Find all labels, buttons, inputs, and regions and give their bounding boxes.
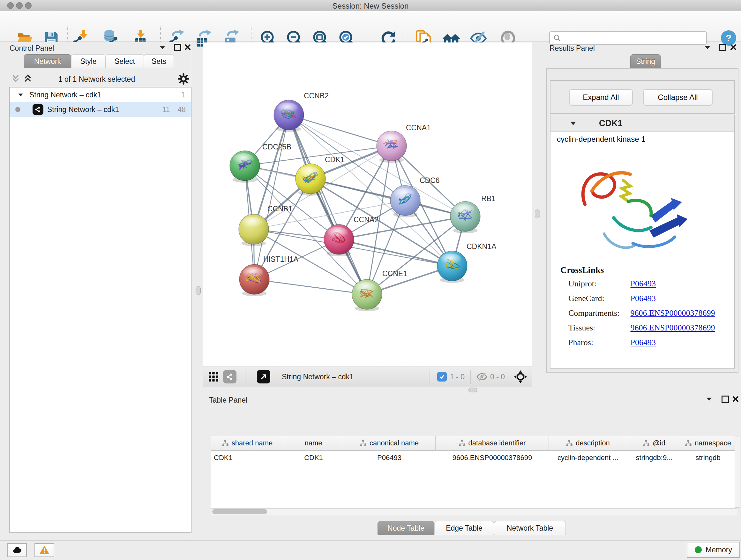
column-header-database-identifier[interactable]: database identifier <box>435 436 549 450</box>
column-header-shared-name[interactable]: shared name <box>211 436 284 450</box>
column-header-namespace[interactable]: namespace <box>681 436 735 450</box>
cell-canonical-name[interactable]: P06493 <box>343 451 435 465</box>
network-node-cdkn1a[interactable]: CDKN1A <box>437 242 496 283</box>
network-edge-ccnb2-hist1h1a[interactable] <box>254 115 289 279</box>
table-panel: Table Panel <box>203 392 741 537</box>
panel-float-icon[interactable] <box>719 44 726 51</box>
tab-string[interactable]: String <box>630 54 661 68</box>
network-node-rb1[interactable]: RB1 <box>450 194 495 233</box>
selected-node-edge-counts: 1 - 0 <box>450 373 465 381</box>
network-view-toolbar: String Network – cdk1 1 - 0 0 - 0 <box>203 367 532 387</box>
cell-at-id[interactable]: stringdb:9... <box>627 451 681 465</box>
network-edge-ccnb2-ccne1[interactable] <box>289 115 367 294</box>
column-header-description[interactable]: description <box>549 436 627 450</box>
right-splitter-handle[interactable] <box>535 209 540 219</box>
gene-card-header[interactable]: CDK1 <box>550 115 734 131</box>
network-row[interactable]: String Network – cdk1 11 48 <box>10 102 191 117</box>
network-options-gear-icon[interactable] <box>178 73 190 85</box>
network-collection-row[interactable]: String Network – cdk1 1 <box>10 87 191 102</box>
column-header-name[interactable]: name <box>284 436 343 450</box>
crosslink-value-link[interactable]: P06493 <box>630 294 656 303</box>
network-selection-summary: 1 of 1 Network selected <box>3 75 191 84</box>
collection-label: String Network – cdk1 <box>29 91 101 99</box>
network-graph[interactable]: CCNB2CCNA1CDC25BCDK1CDC6RB1CCNB1CCNA2CDK… <box>203 43 532 367</box>
table-vertical-scrollbar[interactable] <box>735 436 740 508</box>
tab-node-table[interactable]: Node Table <box>378 521 434 535</box>
hidden-eye-slash-icon <box>476 371 488 382</box>
table-horizontal-scrollbar[interactable] <box>211 508 737 515</box>
tab-network[interactable]: Network <box>24 54 71 68</box>
scrollbar-thumb[interactable] <box>212 509 267 514</box>
tab-select[interactable]: Select <box>106 54 144 68</box>
table-row[interactable]: CDK1 CDK1 P06493 9606.ENSP00000378699 cy… <box>211 451 735 465</box>
node-label-ccna1: CCNA1 <box>406 124 431 132</box>
network-share-badge-icon[interactable] <box>223 370 237 383</box>
left-splitter-handle[interactable] <box>196 286 201 295</box>
network-node-cdc6[interactable]: CDC6 <box>390 176 440 217</box>
network-edge-hist1h1a-ccne1[interactable] <box>254 279 367 294</box>
panel-float-icon[interactable] <box>174 44 181 51</box>
cell-namespace[interactable]: stringdb <box>681 451 735 465</box>
column-header-at-id[interactable]: @id <box>627 436 681 450</box>
table-empty-area <box>211 465 735 508</box>
node-label-hist1h1a: HIST1H1A <box>263 255 299 263</box>
network-node-cdc25b[interactable]: CDC25B <box>230 143 291 183</box>
crosslink-row: Uniprot: P06493 <box>568 279 728 294</box>
panel-menu-caret-icon[interactable] <box>159 46 165 49</box>
tab-edge-table[interactable]: Edge Table <box>434 521 494 535</box>
crosslink-value-link[interactable]: 9606.ENSP00000378699 <box>630 308 715 318</box>
collection-network-count: 1 <box>181 91 185 99</box>
bottom-splitter-handle[interactable] <box>468 388 477 392</box>
expand-all-button[interactable]: Expand All <box>569 89 633 106</box>
cell-database-identifier[interactable]: 9606.ENSP00000378699 <box>435 451 549 465</box>
collapse-all-button[interactable]: Collapse All <box>643 89 713 106</box>
cloud-status-button[interactable] <box>7 543 27 557</box>
column-header-canonical-name[interactable]: canonical name <box>343 436 435 450</box>
node-gloss-highlight <box>277 103 298 113</box>
status-bar: Memory <box>0 540 741 560</box>
panel-menu-caret-icon[interactable] <box>706 398 711 401</box>
selected-checkbox-icon[interactable] <box>437 372 447 381</box>
node-label-ccnb1: CCNB1 <box>267 205 292 213</box>
collection-expand-caret-icon[interactable] <box>18 94 23 97</box>
network-node-ccne1[interactable]: CCNE1 <box>352 269 407 311</box>
network-node-ccnb2[interactable]: CCNB2 <box>274 91 329 132</box>
panel-close-icon[interactable] <box>730 44 737 51</box>
node-label-ccna2: CCNA2 <box>354 215 379 224</box>
network-node-hist1h1a[interactable]: HIST1H1A <box>239 255 299 296</box>
view-grid-icon[interactable] <box>208 371 219 382</box>
network-canvas[interactable]: CCNB2CCNA1CDC25BCDK1CDC6RB1CCNB1CCNA2CDK… <box>203 43 532 367</box>
cell-name[interactable]: CDK1 <box>284 451 343 465</box>
tab-style[interactable]: Style <box>71 54 106 68</box>
panel-float-icon[interactable] <box>722 395 729 403</box>
node-gloss-highlight <box>441 253 461 264</box>
birdseye-crosshair-icon[interactable] <box>514 370 527 383</box>
crosslink-value-link[interactable]: 9606.ENSP00000378699 <box>630 323 715 332</box>
crosslink-value-link[interactable]: P06493 <box>630 338 656 347</box>
network-node-cdk1[interactable]: CDK1 <box>295 155 344 196</box>
help-glyph: ? <box>726 33 731 44</box>
warning-status-button[interactable] <box>35 543 54 557</box>
network-edge-ccnb2-ccna1[interactable] <box>289 115 392 146</box>
crosslink-value-link[interactable]: P06493 <box>630 279 656 288</box>
tab-network-table[interactable]: Network Table <box>494 521 566 535</box>
node-label-rb1: RB1 <box>481 194 495 203</box>
cell-shared-name[interactable]: CDK1 <box>211 451 284 465</box>
crosslink-row: Compartments: 9606.ENSP00000378699 <box>568 308 728 323</box>
network-edge-ccna2-cdkn1a[interactable] <box>339 240 452 266</box>
detach-view-button[interactable] <box>257 370 270 383</box>
panel-menu-caret-icon[interactable] <box>704 46 711 49</box>
search-input[interactable] <box>561 34 706 43</box>
gene-card: CDK1 cyclin-dependent kinase 1 <box>550 115 735 369</box>
crosslink-row: Pharos: P06493 <box>568 338 728 353</box>
panel-close-icon[interactable] <box>732 395 739 403</box>
memory-ok-dot-icon <box>695 546 702 553</box>
gene-expand-caret-icon[interactable] <box>570 122 576 125</box>
tab-sets[interactable]: Sets <box>144 54 174 68</box>
memory-button[interactable]: Memory <box>687 542 740 558</box>
table-panel-title: Table Panel <box>209 396 247 405</box>
cell-description[interactable]: cyclin-dependent ... <box>549 451 627 465</box>
panel-close-icon[interactable] <box>184 44 192 51</box>
node-label-cdk1: CDK1 <box>325 155 344 164</box>
control-panel: Control Panel Network Style Select Sets … <box>3 42 191 538</box>
